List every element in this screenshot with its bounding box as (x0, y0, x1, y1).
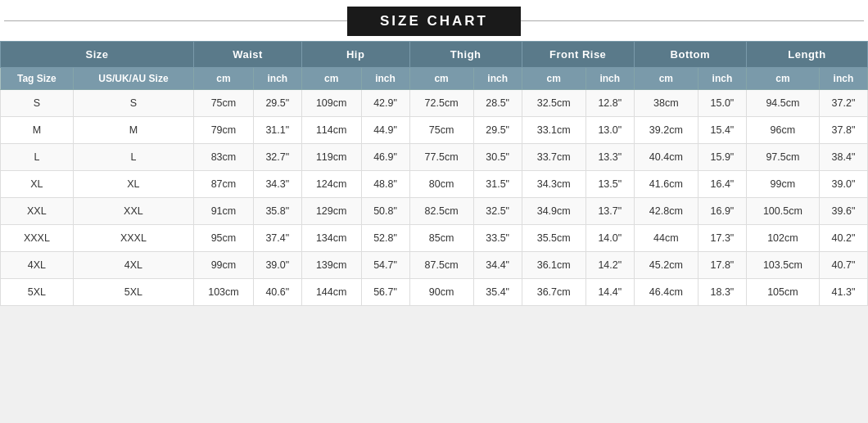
tag-size-cell: XL (1, 171, 74, 198)
waist-inch-cell: 40.6" (253, 279, 301, 306)
bot-inch-cell: 15.9" (698, 144, 746, 171)
thigh-cm-cell: 72.5cm (409, 90, 473, 117)
len-cm-cell: 99cm (746, 171, 819, 198)
thigh-inch-cell: 30.5" (473, 144, 522, 171)
thigh-cm-cell: 80cm (409, 171, 473, 198)
waist-inch-cell: 37.4" (253, 225, 301, 252)
waist-cm-cell: 83cm (194, 144, 254, 171)
len-cm-cell: 102cm (746, 225, 819, 252)
fr-inch-cell: 14.0" (585, 225, 634, 252)
waist-cm-cell: 79cm (194, 117, 254, 144)
fr-cm-cell: 35.5cm (522, 225, 585, 252)
bot-cm-subheader: cm (634, 68, 698, 90)
thigh-inch-cell: 33.5" (473, 225, 522, 252)
fr-cm-cell: 33.1cm (522, 117, 585, 144)
us-size-cell: M (73, 117, 193, 144)
hip-cm-cell: 109cm (301, 90, 361, 117)
tag-size-subheader: Tag Size (1, 68, 74, 90)
len-inch-cell: 38.4" (819, 144, 867, 171)
chart-title: SIZE CHART (347, 7, 521, 36)
waist-group-header: Waist (194, 42, 302, 68)
hip-inch-cell: 56.7" (361, 279, 409, 306)
bot-cm-cell: 39.2cm (634, 117, 698, 144)
len-inch-cell: 40.7" (819, 252, 867, 279)
hip-cm-subheader: cm (301, 68, 361, 90)
us-size-cell: XXXL (73, 225, 193, 252)
us-size-cell: XXL (73, 198, 193, 225)
bot-cm-cell: 38cm (634, 90, 698, 117)
waist-inch-cell: 34.3" (253, 171, 301, 198)
thigh-cm-cell: 87.5cm (409, 252, 473, 279)
hip-cm-cell: 124cm (301, 171, 361, 198)
len-cm-subheader: cm (746, 68, 819, 90)
length-group-header: Length (746, 42, 867, 68)
page-wrapper: SIZE CHART Size Waist Hip Thigh Front Ri… (0, 0, 868, 306)
hip-cm-cell: 139cm (301, 252, 361, 279)
fr-inch-cell: 14.2" (585, 252, 634, 279)
title-container: SIZE CHART (0, 0, 868, 41)
fr-cm-cell: 33.7cm (522, 144, 585, 171)
hip-inch-cell: 42.9" (361, 90, 409, 117)
waist-inch-cell: 35.8" (253, 198, 301, 225)
fr-cm-cell: 34.9cm (522, 198, 585, 225)
table-row: 5XL 5XL 103cm 40.6" 144cm 56.7" 90cm 35.… (1, 279, 868, 306)
us-size-cell: XL (73, 171, 193, 198)
fr-inch-cell: 12.8" (585, 90, 634, 117)
hip-inch-subheader: inch (361, 68, 409, 90)
len-cm-cell: 100.5cm (746, 198, 819, 225)
bot-cm-cell: 46.4cm (634, 279, 698, 306)
thigh-inch-cell: 28.5" (473, 90, 522, 117)
bot-inch-cell: 18.3" (698, 279, 746, 306)
len-cm-cell: 94.5cm (746, 90, 819, 117)
thigh-cm-cell: 85cm (409, 225, 473, 252)
len-cm-cell: 105cm (746, 279, 819, 306)
us-size-cell: L (73, 144, 193, 171)
tag-size-cell: L (1, 144, 74, 171)
hip-cm-cell: 129cm (301, 198, 361, 225)
tag-size-cell: XXL (1, 198, 74, 225)
thigh-cm-cell: 82.5cm (409, 198, 473, 225)
fr-inch-cell: 13.5" (585, 171, 634, 198)
len-cm-cell: 97.5cm (746, 144, 819, 171)
hip-cm-cell: 144cm (301, 279, 361, 306)
bot-cm-cell: 40.4cm (634, 144, 698, 171)
table-row: L L 83cm 32.7" 119cm 46.9" 77.5cm 30.5" … (1, 144, 868, 171)
fr-cm-cell: 32.5cm (522, 90, 585, 117)
thigh-cm-cell: 77.5cm (409, 144, 473, 171)
fr-inch-cell: 13.7" (585, 198, 634, 225)
fr-inch-cell: 13.0" (585, 117, 634, 144)
waist-inch-cell: 32.7" (253, 144, 301, 171)
len-inch-cell: 39.6" (819, 198, 867, 225)
waist-cm-cell: 91cm (194, 198, 254, 225)
hip-inch-cell: 44.9" (361, 117, 409, 144)
us-size-cell: 5XL (73, 279, 193, 306)
thigh-inch-cell: 29.5" (473, 117, 522, 144)
len-inch-cell: 40.2" (819, 225, 867, 252)
tag-size-cell: S (1, 90, 74, 117)
table-row: M M 79cm 31.1" 114cm 44.9" 75cm 29.5" 33… (1, 117, 868, 144)
size-group-header: Size (1, 42, 194, 68)
bot-cm-cell: 45.2cm (634, 252, 698, 279)
group-header-row: Size Waist Hip Thigh Front Rise Bottom L… (1, 42, 868, 68)
hip-cm-cell: 134cm (301, 225, 361, 252)
fr-cm-cell: 34.3cm (522, 171, 585, 198)
hip-cm-cell: 114cm (301, 117, 361, 144)
thigh-inch-cell: 32.5" (473, 198, 522, 225)
hip-cm-cell: 119cm (301, 144, 361, 171)
waist-cm-cell: 75cm (194, 90, 254, 117)
thigh-inch-cell: 35.4" (473, 279, 522, 306)
bot-inch-cell: 15.0" (698, 90, 746, 117)
table-row: XXL XXL 91cm 35.8" 129cm 50.8" 82.5cm 32… (1, 198, 868, 225)
fr-inch-cell: 13.3" (585, 144, 634, 171)
tag-size-cell: M (1, 117, 74, 144)
waist-inch-cell: 31.1" (253, 117, 301, 144)
hip-inch-cell: 48.8" (361, 171, 409, 198)
waist-cm-subheader: cm (194, 68, 254, 90)
len-inch-cell: 37.8" (819, 117, 867, 144)
thigh-cm-cell: 75cm (409, 117, 473, 144)
thigh-inch-cell: 34.4" (473, 252, 522, 279)
fr-cm-subheader: cm (522, 68, 585, 90)
waist-cm-cell: 99cm (194, 252, 254, 279)
tag-size-cell: 4XL (1, 252, 74, 279)
waist-inch-cell: 39.0" (253, 252, 301, 279)
